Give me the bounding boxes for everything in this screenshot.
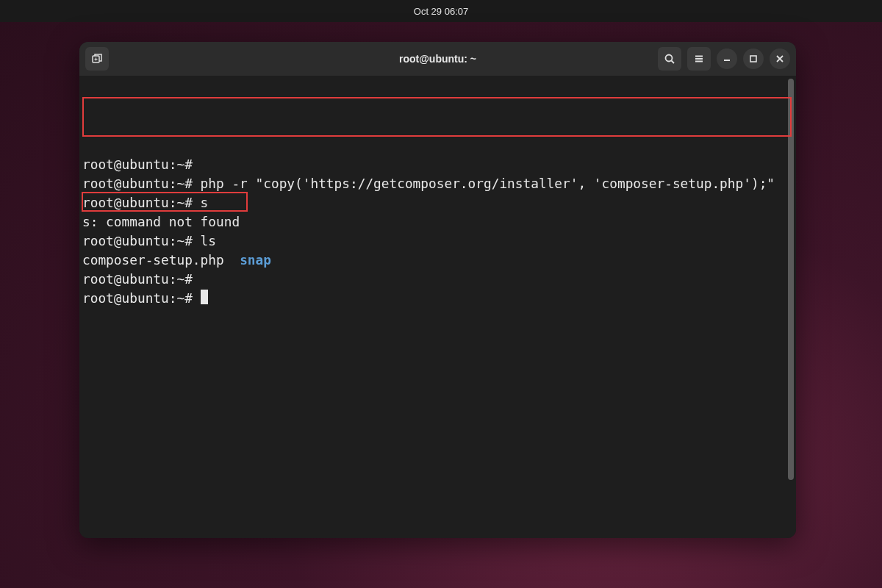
search-button[interactable]	[658, 47, 681, 71]
close-button[interactable]	[770, 49, 790, 69]
menu-button[interactable]	[687, 47, 711, 71]
maximize-icon	[747, 53, 759, 65]
ls-file: composer-setup.php	[82, 252, 224, 268]
terminal-line: root@ubuntu:~#	[82, 155, 787, 174]
close-icon	[774, 53, 786, 65]
cursor	[201, 290, 208, 304]
minimize-icon	[721, 53, 733, 65]
clock: Oct 29 06:07	[414, 6, 468, 17]
scrollbar[interactable]	[787, 79, 795, 535]
desktop-topbar: Oct 29 06:07	[0, 0, 882, 22]
terminal-line: root@ubuntu:~# s	[82, 193, 787, 212]
window-title: root@ubuntu: ~	[399, 53, 476, 65]
maximize-button[interactable]	[743, 49, 764, 69]
ls-directory: snap	[240, 252, 271, 268]
minimize-button[interactable]	[717, 49, 737, 69]
terminal-content[interactable]: root@ubuntu:~#root@ubuntu:~# php -r "cop…	[82, 79, 787, 535]
svg-point-1	[666, 55, 673, 62]
search-icon	[664, 53, 675, 65]
terminal-line: root@ubuntu:~# php -r "copy('https://get…	[82, 174, 787, 193]
hamburger-icon	[693, 53, 705, 65]
terminal-line: root@ubuntu:~#	[82, 270, 787, 289]
new-tab-icon	[91, 53, 103, 65]
terminal-line: root@ubuntu:~# ls	[82, 232, 787, 251]
terminal-line: root@ubuntu:~#	[82, 289, 787, 308]
titlebar: root@ubuntu: ~	[79, 42, 796, 76]
svg-rect-2	[750, 56, 756, 62]
scrollbar-thumb[interactable]	[788, 79, 794, 480]
terminal-window: root@ubuntu: ~	[79, 42, 796, 538]
terminal-body[interactable]: root@ubuntu:~#root@ubuntu:~# php -r "cop…	[79, 76, 796, 538]
new-tab-button[interactable]	[85, 47, 109, 71]
prompt: root@ubuntu:~#	[82, 290, 201, 306]
terminal-line: composer-setup.php snap	[82, 251, 787, 270]
terminal-line: s: command not found	[82, 212, 787, 232]
annotation-box-command	[82, 97, 792, 137]
